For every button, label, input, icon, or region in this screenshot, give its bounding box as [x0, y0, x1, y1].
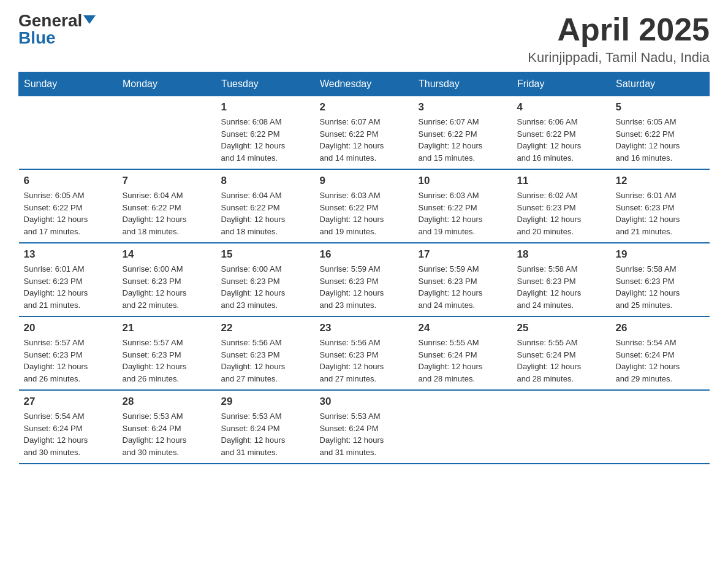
month-title: April 2025 — [528, 12, 710, 47]
calendar-header-saturday: Saturday — [611, 72, 710, 96]
calendar-cell: 13Sunrise: 6:01 AM Sunset: 6:23 PM Dayli… — [19, 243, 118, 316]
day-number: 16 — [320, 248, 409, 261]
calendar-cell: 3Sunrise: 6:07 AM Sunset: 6:22 PM Daylig… — [414, 96, 512, 170]
day-number: 1 — [221, 101, 310, 113]
day-number: 29 — [221, 396, 310, 408]
day-info: Sunrise: 6:00 AM Sunset: 6:23 PM Dayligh… — [123, 263, 211, 311]
calendar-header-thursday: Thursday — [414, 72, 512, 96]
day-number: 23 — [320, 322, 409, 334]
calendar-week-row: 13Sunrise: 6:01 AM Sunset: 6:23 PM Dayli… — [19, 243, 710, 316]
calendar-week-row: 27Sunrise: 5:54 AM Sunset: 6:24 PM Dayli… — [19, 390, 710, 464]
day-number: 25 — [517, 322, 606, 334]
day-number: 12 — [616, 175, 705, 187]
calendar-week-row: 1Sunrise: 6:08 AM Sunset: 6:22 PM Daylig… — [19, 96, 710, 170]
logo-blue-text: Blue — [18, 29, 56, 47]
day-number: 7 — [123, 175, 211, 187]
calendar-cell — [512, 390, 611, 464]
day-number: 18 — [517, 248, 606, 261]
calendar-cell: 11Sunrise: 6:02 AM Sunset: 6:23 PM Dayli… — [512, 169, 611, 243]
day-number: 17 — [419, 248, 507, 261]
calendar-cell: 12Sunrise: 6:01 AM Sunset: 6:23 PM Dayli… — [611, 169, 710, 243]
title-section: April 2025 Kurinjippadi, Tamil Nadu, Ind… — [528, 12, 710, 66]
day-info: Sunrise: 5:54 AM Sunset: 6:24 PM Dayligh… — [616, 337, 705, 385]
calendar-cell: 21Sunrise: 5:57 AM Sunset: 6:23 PM Dayli… — [118, 316, 216, 390]
calendar-cell — [611, 390, 710, 464]
logo-general-text: General — [18, 12, 82, 29]
day-number: 22 — [221, 322, 310, 334]
calendar-cell: 25Sunrise: 5:55 AM Sunset: 6:24 PM Dayli… — [512, 316, 611, 390]
day-number: 2 — [320, 101, 409, 113]
day-info: Sunrise: 5:58 AM Sunset: 6:23 PM Dayligh… — [517, 263, 606, 311]
calendar-week-row: 20Sunrise: 5:57 AM Sunset: 6:23 PM Dayli… — [19, 316, 710, 390]
calendar-cell: 28Sunrise: 5:53 AM Sunset: 6:24 PM Dayli… — [118, 390, 216, 464]
calendar-cell: 29Sunrise: 5:53 AM Sunset: 6:24 PM Dayli… — [216, 390, 315, 464]
day-info: Sunrise: 5:54 AM Sunset: 6:24 PM Dayligh… — [24, 410, 113, 458]
calendar-header-friday: Friday — [512, 72, 611, 96]
calendar-cell: 18Sunrise: 5:58 AM Sunset: 6:23 PM Dayli… — [512, 243, 611, 316]
calendar-week-row: 6Sunrise: 6:05 AM Sunset: 6:22 PM Daylig… — [19, 169, 710, 243]
calendar-cell: 22Sunrise: 5:56 AM Sunset: 6:23 PM Dayli… — [216, 316, 315, 390]
day-info: Sunrise: 5:57 AM Sunset: 6:23 PM Dayligh… — [24, 337, 113, 385]
day-number: 19 — [616, 248, 705, 261]
day-number: 13 — [24, 248, 113, 261]
day-info: Sunrise: 6:03 AM Sunset: 6:22 PM Dayligh… — [419, 190, 507, 237]
day-number: 28 — [123, 396, 211, 408]
page-header: General Blue April 2025 Kurinjippadi, Ta… — [18, 12, 710, 66]
day-info: Sunrise: 6:01 AM Sunset: 6:23 PM Dayligh… — [24, 263, 113, 311]
day-number: 4 — [517, 101, 606, 113]
location-title: Kurinjippadi, Tamil Nadu, India — [528, 50, 710, 66]
calendar-header-wednesday: Wednesday — [315, 72, 414, 96]
calendar-cell — [118, 96, 216, 170]
logo: General Blue — [18, 12, 96, 47]
day-number: 21 — [123, 322, 211, 334]
day-info: Sunrise: 6:04 AM Sunset: 6:22 PM Dayligh… — [123, 190, 211, 237]
day-info: Sunrise: 5:53 AM Sunset: 6:24 PM Dayligh… — [221, 410, 310, 458]
day-number: 26 — [616, 322, 705, 334]
day-info: Sunrise: 5:56 AM Sunset: 6:23 PM Dayligh… — [320, 337, 409, 385]
calendar-header-sunday: Sunday — [19, 72, 118, 96]
day-number: 11 — [517, 175, 606, 187]
calendar-cell: 30Sunrise: 5:53 AM Sunset: 6:24 PM Dayli… — [315, 390, 414, 464]
day-info: Sunrise: 6:05 AM Sunset: 6:22 PM Dayligh… — [24, 190, 113, 237]
day-info: Sunrise: 5:58 AM Sunset: 6:23 PM Dayligh… — [616, 263, 705, 311]
day-info: Sunrise: 5:55 AM Sunset: 6:24 PM Dayligh… — [517, 337, 606, 385]
calendar-header-monday: Monday — [118, 72, 216, 96]
day-number: 5 — [616, 101, 705, 113]
day-info: Sunrise: 5:56 AM Sunset: 6:23 PM Dayligh… — [221, 337, 310, 385]
calendar-cell: 4Sunrise: 6:06 AM Sunset: 6:22 PM Daylig… — [512, 96, 611, 170]
day-number: 24 — [419, 322, 507, 334]
calendar-cell: 15Sunrise: 6:00 AM Sunset: 6:23 PM Dayli… — [216, 243, 315, 316]
day-info: Sunrise: 6:03 AM Sunset: 6:22 PM Dayligh… — [320, 190, 409, 237]
day-info: Sunrise: 6:02 AM Sunset: 6:23 PM Dayligh… — [517, 190, 606, 237]
day-info: Sunrise: 5:57 AM Sunset: 6:23 PM Dayligh… — [123, 337, 211, 385]
day-info: Sunrise: 6:04 AM Sunset: 6:22 PM Dayligh… — [221, 190, 310, 237]
day-info: Sunrise: 6:07 AM Sunset: 6:22 PM Dayligh… — [419, 116, 507, 164]
calendar-cell: 26Sunrise: 5:54 AM Sunset: 6:24 PM Dayli… — [611, 316, 710, 390]
calendar-cell: 6Sunrise: 6:05 AM Sunset: 6:22 PM Daylig… — [19, 169, 118, 243]
day-info: Sunrise: 6:00 AM Sunset: 6:23 PM Dayligh… — [221, 263, 310, 311]
calendar-cell: 14Sunrise: 6:00 AM Sunset: 6:23 PM Dayli… — [118, 243, 216, 316]
day-info: Sunrise: 5:59 AM Sunset: 6:23 PM Dayligh… — [419, 263, 507, 311]
day-info: Sunrise: 5:55 AM Sunset: 6:24 PM Dayligh… — [419, 337, 507, 385]
day-info: Sunrise: 6:06 AM Sunset: 6:22 PM Dayligh… — [517, 116, 606, 164]
day-info: Sunrise: 6:08 AM Sunset: 6:22 PM Dayligh… — [221, 116, 310, 164]
day-number: 27 — [24, 396, 113, 408]
day-info: Sunrise: 6:05 AM Sunset: 6:22 PM Dayligh… — [616, 116, 705, 164]
calendar-cell: 24Sunrise: 5:55 AM Sunset: 6:24 PM Dayli… — [414, 316, 512, 390]
calendar-header-tuesday: Tuesday — [216, 72, 315, 96]
day-number: 9 — [320, 175, 409, 187]
day-info: Sunrise: 5:59 AM Sunset: 6:23 PM Dayligh… — [320, 263, 409, 311]
calendar-header-row: SundayMondayTuesdayWednesdayThursdayFrid… — [19, 72, 710, 96]
calendar-cell: 5Sunrise: 6:05 AM Sunset: 6:22 PM Daylig… — [611, 96, 710, 170]
day-number: 8 — [221, 175, 310, 187]
calendar-cell: 27Sunrise: 5:54 AM Sunset: 6:24 PM Dayli… — [19, 390, 118, 464]
day-number: 3 — [419, 101, 507, 113]
calendar-cell — [19, 96, 118, 170]
calendar-cell: 10Sunrise: 6:03 AM Sunset: 6:22 PM Dayli… — [414, 169, 512, 243]
day-number: 14 — [123, 248, 211, 261]
day-number: 15 — [221, 248, 310, 261]
day-info: Sunrise: 6:01 AM Sunset: 6:23 PM Dayligh… — [616, 190, 705, 237]
calendar-cell: 7Sunrise: 6:04 AM Sunset: 6:22 PM Daylig… — [118, 169, 216, 243]
calendar-cell: 2Sunrise: 6:07 AM Sunset: 6:22 PM Daylig… — [315, 96, 414, 170]
day-number: 10 — [419, 175, 507, 187]
